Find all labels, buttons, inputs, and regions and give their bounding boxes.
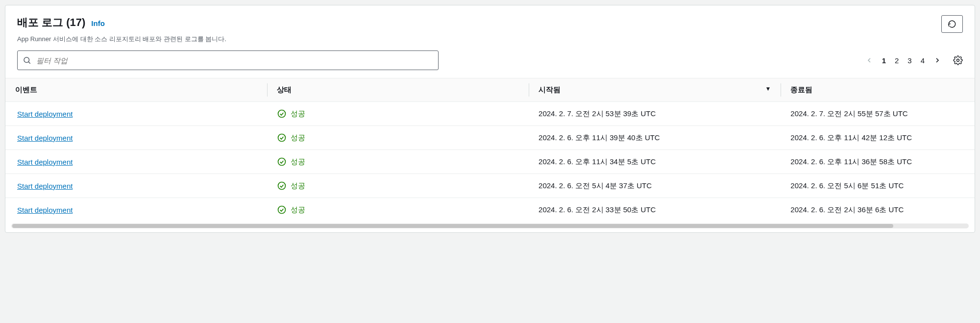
toolbar: 1 2 3 4	[5, 44, 975, 78]
status-badge: 성공	[277, 109, 519, 119]
table-header-row: 이벤트 상태 시작됨 ▼ 종료됨	[5, 78, 975, 102]
panel-header: 배포 로그 (17) Info App Runner 서비스에 대한 소스 리포…	[5, 5, 975, 44]
status-badge: 성공	[277, 181, 519, 191]
svg-point-0	[24, 57, 29, 63]
pager-prev	[865, 56, 873, 64]
status-badge: 성공	[277, 157, 519, 167]
pager-next[interactable]	[933, 56, 941, 64]
col-header-status-label: 상태	[277, 85, 292, 94]
status-label: 성공	[291, 133, 305, 143]
search-icon	[23, 56, 31, 65]
table-row: Start deployment성공2024. 2. 6. 오전 5시 4분 3…	[5, 174, 975, 198]
svg-point-4	[278, 134, 286, 142]
started-cell: 2024. 2. 6. 오후 11시 34분 5초 UTC	[529, 150, 781, 174]
ended-cell: 2024. 2. 6. 오전 2시 36분 6초 UTC	[781, 198, 975, 222]
sort-desc-icon: ▼	[765, 85, 771, 92]
svg-line-1	[28, 62, 30, 63]
ended-cell: 2024. 2. 7. 오전 2시 55분 57초 UTC	[781, 102, 975, 126]
search-wrapper[interactable]	[17, 50, 439, 70]
col-header-started-label: 시작됨	[539, 85, 561, 94]
page-title: 배포 로그 (17)	[17, 15, 85, 30]
gear-icon	[953, 55, 963, 65]
table-row: Start deployment성공2024. 2. 7. 오전 2시 53분 …	[5, 102, 975, 126]
status-badge: 성공	[277, 205, 519, 215]
chevron-right-icon	[933, 56, 941, 64]
started-cell: 2024. 2. 7. 오전 2시 53분 39초 UTC	[529, 102, 781, 126]
deployment-logs-table: 이벤트 상태 시작됨 ▼ 종료됨 Start deployment성공2024.…	[5, 78, 975, 222]
success-check-icon	[277, 109, 287, 119]
ended-cell: 2024. 2. 6. 오후 11시 36분 58초 UTC	[781, 150, 975, 174]
success-check-icon	[277, 133, 287, 143]
horizontal-scrollbar[interactable]	[11, 224, 969, 228]
started-cell: 2024. 2. 6. 오전 5시 4분 37초 UTC	[529, 174, 781, 198]
svg-point-2	[957, 59, 959, 62]
started-cell: 2024. 2. 6. 오후 11시 39분 40초 UTC	[529, 126, 781, 150]
chevron-left-icon	[865, 56, 873, 64]
search-input[interactable]	[36, 56, 433, 65]
col-header-started[interactable]: 시작됨 ▼	[529, 78, 781, 102]
svg-point-6	[278, 182, 286, 190]
svg-point-5	[278, 158, 286, 166]
status-label: 성공	[291, 181, 305, 191]
status-badge: 성공	[277, 133, 519, 143]
event-link[interactable]: Start deployment	[17, 134, 73, 142]
refresh-icon	[948, 20, 956, 28]
status-label: 성공	[291, 205, 305, 215]
table-row: Start deployment성공2024. 2. 6. 오후 11시 39분…	[5, 126, 975, 150]
pagination: 1 2 3 4	[865, 55, 963, 65]
settings-button[interactable]	[953, 55, 963, 65]
page-subtitle: App Runner 서비스에 대한 소스 리포지토리 배포와 관련된 로그를 …	[17, 35, 963, 44]
success-check-icon	[277, 181, 287, 191]
page-4[interactable]: 4	[921, 56, 925, 65]
status-label: 성공	[291, 109, 305, 119]
page-2[interactable]: 2	[895, 56, 899, 65]
info-link[interactable]: Info	[91, 19, 105, 27]
page-3[interactable]: 3	[907, 56, 911, 65]
success-check-icon	[277, 205, 287, 215]
svg-point-7	[278, 206, 286, 214]
event-link[interactable]: Start deployment	[17, 110, 73, 118]
success-check-icon	[277, 157, 287, 167]
svg-point-3	[278, 110, 286, 118]
scrollbar-thumb[interactable]	[12, 224, 893, 228]
col-header-ended[interactable]: 종료됨	[781, 78, 975, 102]
col-header-event[interactable]: 이벤트	[5, 78, 267, 102]
status-label: 성공	[291, 157, 305, 167]
ended-cell: 2024. 2. 6. 오전 5시 6분 51초 UTC	[781, 174, 975, 198]
ended-cell: 2024. 2. 6. 오후 11시 42분 12초 UTC	[781, 126, 975, 150]
table-row: Start deployment성공2024. 2. 6. 오후 11시 34분…	[5, 150, 975, 174]
event-link[interactable]: Start deployment	[17, 158, 73, 166]
col-header-event-label: 이벤트	[15, 85, 37, 94]
started-cell: 2024. 2. 6. 오전 2시 33분 50초 UTC	[529, 198, 781, 222]
table-row: Start deployment성공2024. 2. 6. 오전 2시 33분 …	[5, 198, 975, 222]
deployment-logs-panel: 배포 로그 (17) Info App Runner 서비스에 대한 소스 리포…	[5, 5, 975, 233]
page-1[interactable]: 1	[882, 56, 886, 65]
refresh-button[interactable]	[941, 15, 963, 33]
col-header-status[interactable]: 상태	[267, 78, 529, 102]
event-link[interactable]: Start deployment	[17, 182, 73, 190]
col-header-ended-label: 종료됨	[790, 85, 812, 94]
event-link[interactable]: Start deployment	[17, 206, 73, 214]
